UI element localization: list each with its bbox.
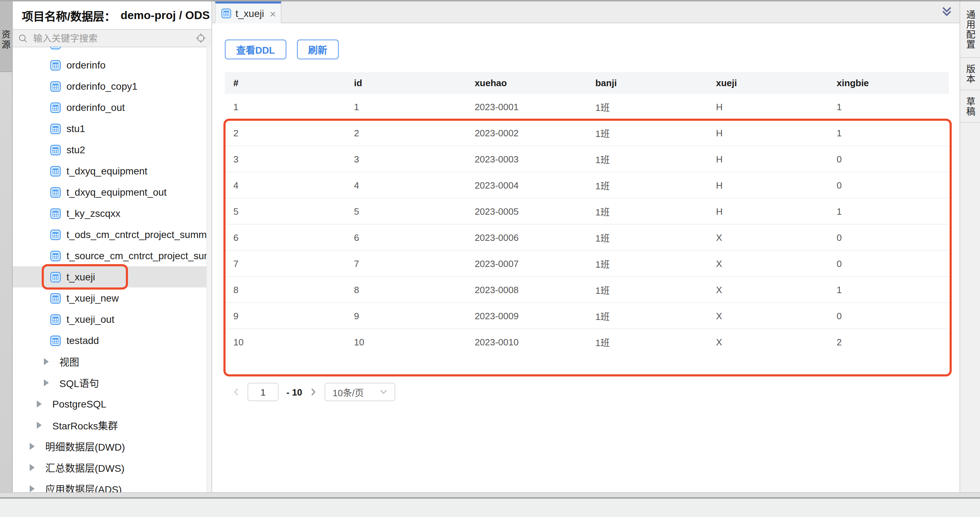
table-icon (50, 314, 61, 325)
table-row[interactable]: 332023-00031班H0 (225, 146, 949, 172)
close-tab-icon[interactable]: × (270, 8, 276, 19)
table-row[interactable]: 772023-00071班X0 (225, 251, 949, 276)
tree-item-orderinfo_copy1[interactable]: orderinfo_copy1 (13, 76, 212, 97)
tree-item-t_dxyq_equipment_out[interactable]: t_dxyq_equipment_out (13, 181, 212, 203)
tree-item-label: stu2 (67, 144, 85, 155)
search-input[interactable] (32, 32, 192, 44)
tree-item-orderinfo_out[interactable]: orderinfo_out (13, 97, 212, 118)
table-icon (221, 8, 231, 18)
table-cell: 4 (225, 172, 345, 198)
table-row[interactable]: 222023-00021班H1 (225, 120, 949, 146)
table-icon (50, 271, 61, 282)
table-row[interactable]: 882023-00081班X1 (225, 276, 949, 303)
next-page-icon[interactable] (310, 388, 317, 396)
table-icon (50, 47, 61, 52)
column-header-xuehao: xuehao (466, 72, 587, 94)
tree-item-t_xueji_out[interactable]: t_xueji_out (13, 309, 212, 330)
locate-icon[interactable] (196, 33, 206, 43)
tree-item-stu2[interactable]: stu2 (13, 139, 212, 160)
table-cell: 1 (828, 94, 949, 120)
sidebar-header: 项目名称/数据层： demo-proj / ODS (13, 2, 212, 30)
tree-item-label: t_source_cm_cntrct_project_summary (67, 250, 212, 261)
rail-tab-resources[interactable]: 资源 (0, 2, 12, 72)
tree-item-label: StarRocks集群 (52, 418, 118, 432)
caret-right-icon[interactable] (30, 464, 40, 471)
table-row[interactable]: 112023-00011班H1 (225, 94, 949, 120)
table-cell: 2023-0001 (466, 94, 587, 120)
table-cell: 2023-0009 (466, 303, 587, 329)
tree-item-t_xueji[interactable]: t_xueji (13, 266, 212, 287)
project-layer-label: 项目名称/数据层： (22, 7, 116, 24)
table-icon (50, 166, 61, 176)
tree-item-PostgreSQL[interactable]: PostgreSQL (13, 393, 212, 415)
table-cell: 8 (225, 276, 345, 303)
table-cell: X (708, 303, 828, 329)
table-cell: 10 (345, 329, 466, 355)
sidebar-scrollbar[interactable] (207, 47, 212, 494)
table-cell: 5 (345, 198, 466, 224)
table-cell: H (708, 146, 828, 172)
table-cell: 2023-0005 (466, 198, 587, 224)
prev-page-icon[interactable] (232, 388, 240, 396)
caret-right-icon[interactable] (30, 443, 40, 450)
tree-item-testadd[interactable]: testadd (13, 330, 212, 351)
tree-item-label: 视图 (59, 355, 79, 369)
caret-right-icon[interactable] (37, 400, 47, 408)
right-rail: 通用配置版本草稿 (959, 2, 980, 494)
caret-right-icon[interactable] (44, 379, 54, 386)
column-header-#: # (225, 72, 345, 94)
table-row[interactable]: 662023-00061班X0 (225, 224, 949, 251)
tree-item-应用数据层(ADS)[interactable]: 应用数据层(ADS) (13, 478, 212, 494)
tree-item-汇总数据层(DWS)[interactable]: 汇总数据层(DWS) (13, 457, 212, 478)
tree-item-t_source_cm_cntrct_project_summary[interactable]: t_source_cm_cntrct_project_summary (13, 245, 212, 266)
table-cell: H (708, 94, 828, 120)
table-header-row: #idxuehaobanjixuejixingbie (225, 72, 949, 94)
right-rail-tab-通用配置[interactable]: 通用配置 (960, 2, 980, 58)
tree-item-t_ky_zscqxx[interactable]: t_ky_zscqxx (13, 203, 212, 224)
table-row[interactable]: 442023-00041班H0 (225, 172, 949, 198)
tree-item-视图[interactable]: 视图 (13, 351, 212, 372)
collapse-panel-icon[interactable] (940, 6, 953, 21)
tree-item-label: stu1 (67, 123, 85, 134)
tree-item-label: 汇总数据层(DWS) (45, 460, 124, 475)
table-cell: 2 (828, 329, 949, 355)
tree-item-label: t_ky_zscqxx (67, 208, 121, 219)
page-size-select[interactable]: 10条/页 (325, 383, 396, 401)
table-row[interactable]: 552023-00051班H1 (225, 198, 949, 224)
table-cell: 2023-0008 (466, 276, 587, 303)
table-cell: 0 (828, 251, 949, 276)
tree-item-t_dxyq_equipment[interactable]: t_dxyq_equipment (13, 160, 212, 181)
tree-item-orderinfo[interactable]: orderinfo (13, 54, 212, 76)
table-cell: 0 (828, 146, 949, 172)
table-detail-content: 查看DDL 刷新 #idxuehaobanjixuejixingbie 1120… (212, 23, 959, 494)
table-cell: X (708, 251, 828, 276)
caret-right-icon[interactable] (30, 485, 40, 492)
page-number-input[interactable]: 1 (248, 383, 278, 401)
table-row[interactable]: 992023-00091班X0 (225, 303, 949, 329)
left-rail: 资源 (0, 2, 13, 494)
table-icon (50, 144, 61, 155)
tree-item-label: testadd (67, 335, 99, 346)
refresh-button[interactable]: 刷新 (297, 40, 339, 59)
table-cell: 6 (345, 224, 466, 251)
table-cell: H (708, 198, 828, 224)
right-rail-tab-版本[interactable]: 版本 (960, 58, 980, 90)
tree-item-SQL语句[interactable]: SQL语句 (13, 372, 212, 393)
tree-item-明细数据层(DWD)[interactable]: 明细数据层(DWD) (13, 436, 212, 457)
table-row[interactable]: 10102023-00101班X2 (225, 329, 949, 355)
table-cell: 1班 (587, 224, 708, 251)
caret-right-icon[interactable] (44, 358, 54, 365)
tree-item-t_ods_cm_cntrct_project_summary[interactable]: t_ods_cm_cntrct_project_summary (13, 224, 212, 245)
tree-item-stu1[interactable]: stu1 (13, 118, 212, 139)
table-icon (50, 81, 61, 92)
search-bar (13, 30, 212, 47)
right-rail-tab-草稿[interactable]: 草稿 (960, 90, 980, 123)
tab-t-xueji[interactable]: t_xueji × (215, 2, 282, 23)
tree-item-t_xueji_new[interactable]: t_xueji_new (13, 287, 212, 309)
caret-right-icon[interactable] (37, 422, 47, 429)
table-cell: 8 (345, 276, 466, 303)
tree-item-StarRocks集群[interactable]: StarRocks集群 (13, 415, 212, 436)
table-cell: 2023-0006 (466, 224, 587, 251)
search-icon (18, 33, 27, 43)
view-ddl-button[interactable]: 查看DDL (225, 40, 286, 59)
